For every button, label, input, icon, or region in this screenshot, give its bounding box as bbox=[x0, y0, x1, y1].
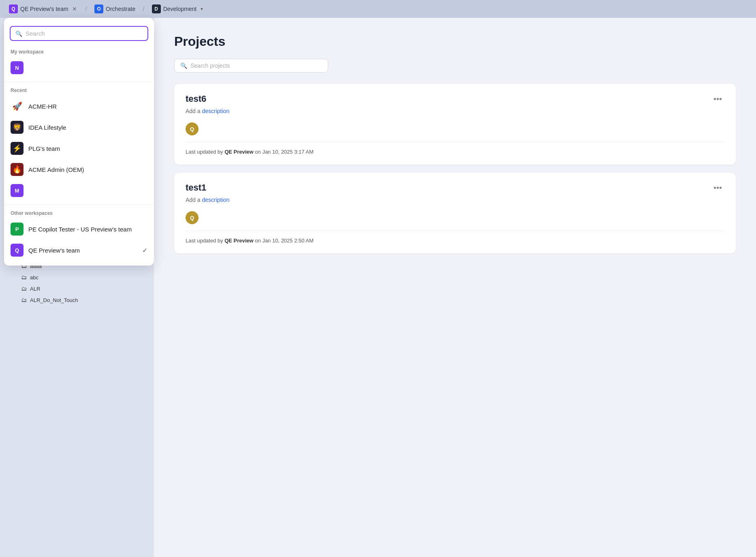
project-name-test6: test6 bbox=[186, 94, 206, 104]
pe-copilot-icon: P bbox=[11, 223, 23, 236]
qe-team-icon: Q bbox=[9, 4, 18, 13]
dropdown-search-bar[interactable]: 🔍 bbox=[10, 26, 148, 41]
idea-lifestyle-label: IDEA Lifestyle bbox=[28, 124, 66, 131]
project-avatar-test1: Q bbox=[186, 211, 199, 224]
project-card-test1: test1 ••• Add a description Q Last updat… bbox=[174, 173, 736, 253]
sidebar-alr-label: ALR bbox=[30, 286, 40, 292]
projects-title: Projects bbox=[174, 34, 736, 49]
dropdown-search-input[interactable] bbox=[26, 30, 143, 37]
project-desc-test1: Add a description bbox=[186, 197, 724, 203]
project-updated-test6: Last updated by QE Preview on Jan 10, 20… bbox=[186, 149, 724, 155]
dropdown-divider-1 bbox=[4, 81, 154, 82]
project-card-header-test6: test6 ••• bbox=[186, 94, 724, 105]
project-updated-on-test6: on Jan 10, 2025 3:17 AM bbox=[255, 149, 314, 155]
dropdown-search-icon: 🔍 bbox=[15, 30, 22, 37]
topbar-separator-2: / bbox=[143, 5, 144, 13]
dropdown-item-pe-copilot[interactable]: P PE Copilot Tester - US Preview's team bbox=[4, 219, 154, 240]
topbar-separator-1: / bbox=[85, 5, 87, 13]
workspace-m-icon: M bbox=[11, 184, 23, 197]
project-desc-test6: Add a description bbox=[186, 108, 724, 114]
search-icon: 🔍 bbox=[180, 62, 187, 69]
abc-icon: 🗂 bbox=[21, 274, 27, 281]
dropdown-item-idea-lifestyle[interactable]: 🦁 IDEA Lifestyle bbox=[4, 117, 154, 138]
dropdown-item-my-workspace-n[interactable]: N bbox=[4, 57, 154, 78]
topbar: Q QE Preview's team ✕ / O Orchestrate / … bbox=[0, 0, 756, 18]
qe-team-dropdown-label: QE Preview's team bbox=[28, 247, 80, 254]
topbar-qe-team[interactable]: Q QE Preview's team ✕ bbox=[5, 3, 82, 15]
dropdown-item-qe-team[interactable]: Q QE Preview's team ✓ bbox=[4, 240, 154, 261]
my-workspace-label: My workspace bbox=[4, 47, 154, 57]
dropdown-divider-2 bbox=[4, 204, 154, 205]
selected-checkmark-icon: ✓ bbox=[142, 246, 147, 254]
topbar-qe-team-label: QE Preview's team bbox=[20, 6, 68, 12]
project-card-test6: test6 ••• Add a description Q Last updat… bbox=[174, 84, 736, 165]
alr-icon: 🗂 bbox=[21, 285, 27, 292]
recent-label: Recent bbox=[4, 85, 154, 96]
topbar-orchestrate[interactable]: O Orchestrate bbox=[90, 3, 139, 15]
alr-do-not-icon: 🗂 bbox=[21, 297, 27, 303]
project-desc-link-test1[interactable]: description bbox=[202, 197, 229, 203]
acme-hr-icon: 🚀 bbox=[11, 100, 23, 113]
sidebar-item-alr[interactable]: 🗂 ALR bbox=[0, 283, 113, 294]
qe-team-dropdown-icon: Q bbox=[11, 244, 23, 257]
project-name-test1: test1 bbox=[186, 182, 206, 193]
project-menu-test1[interactable]: ••• bbox=[711, 182, 724, 193]
search-projects-bar[interactable]: 🔍 bbox=[174, 59, 328, 73]
dropdown-item-acme-hr[interactable]: 🚀 ACME-HR bbox=[4, 96, 154, 117]
project-updated-by-test6: QE Preview bbox=[224, 149, 254, 155]
dropdown-item-acme-admin[interactable]: 🔥 ACME Admin (OEM) bbox=[4, 159, 154, 180]
project-menu-test6[interactable]: ••• bbox=[711, 94, 724, 105]
workspace-n-icon: N bbox=[11, 61, 23, 74]
topbar-development[interactable]: D Development ▾ bbox=[148, 3, 207, 15]
orchestrate-icon: O bbox=[94, 4, 103, 13]
project-divider-test6 bbox=[186, 142, 724, 142]
pe-copilot-label: PE Copilot Tester - US Preview's team bbox=[28, 226, 132, 233]
sidebar-alr-do-not-label: ALR_Do_Not_Touch bbox=[30, 297, 78, 303]
sidebar-item-alr-do-not[interactable]: 🗂 ALR_Do_Not_Touch bbox=[0, 294, 113, 306]
other-workspaces-label: Other workspaces bbox=[4, 208, 154, 219]
dropdown-item-my-workspace-m[interactable]: M bbox=[4, 180, 154, 201]
acme-hr-label: ACME-HR bbox=[28, 103, 57, 110]
development-chevron-icon: ▾ bbox=[201, 6, 203, 12]
plg-team-label: PLG's team bbox=[28, 145, 60, 152]
sidebar-item-abc[interactable]: 🗂 abc bbox=[0, 272, 113, 283]
project-divider-test1 bbox=[186, 231, 724, 231]
development-icon: D bbox=[152, 4, 161, 13]
topbar-orchestrate-label: Orchestrate bbox=[106, 6, 135, 12]
project-card-header-test1: test1 ••• bbox=[186, 182, 724, 193]
project-desc-link-test6[interactable]: description bbox=[202, 108, 229, 114]
sidebar-abc-label: abc bbox=[30, 274, 38, 281]
project-updated-by-test1: QE Preview bbox=[224, 238, 254, 244]
search-projects-input[interactable] bbox=[190, 62, 322, 69]
topbar-close-button[interactable]: ✕ bbox=[71, 5, 78, 13]
content-area: Projects 🔍 test6 ••• Add a description Q… bbox=[154, 18, 756, 557]
idea-lifestyle-icon: 🦁 bbox=[11, 121, 23, 134]
dropdown-item-plg-team[interactable]: ⚡ PLG's team bbox=[4, 138, 154, 159]
acme-admin-label: ACME Admin (OEM) bbox=[28, 166, 84, 173]
project-updated-on-test1: on Jan 10, 2025 2:50 AM bbox=[255, 238, 314, 244]
topbar-development-label: Development bbox=[163, 6, 197, 12]
acme-admin-icon: 🔥 bbox=[11, 163, 23, 176]
plg-team-icon: ⚡ bbox=[11, 142, 23, 155]
workspace-dropdown: 🔍 My workspace N Recent 🚀 ACME-HR 🦁 IDEA… bbox=[4, 18, 154, 266]
project-avatar-test6: Q bbox=[186, 122, 199, 135]
project-updated-test1: Last updated by QE Preview on Jan 10, 20… bbox=[186, 238, 724, 244]
